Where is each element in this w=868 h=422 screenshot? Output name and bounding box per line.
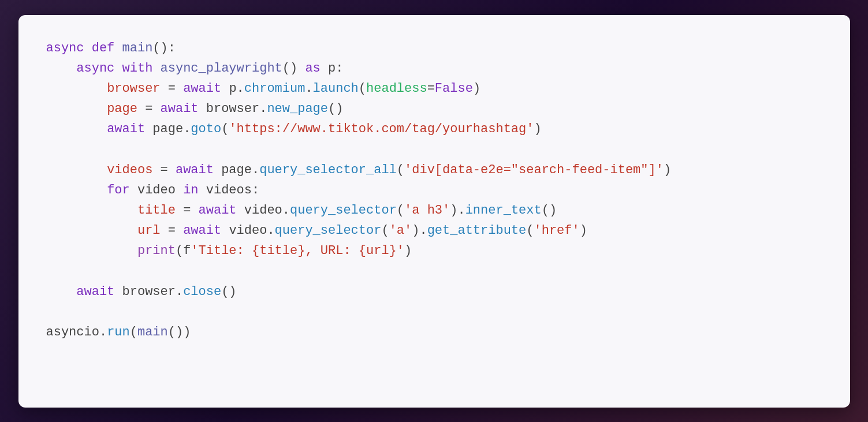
token-plain: asyncio. (46, 325, 107, 339)
token-method: run (107, 325, 130, 339)
token-plain: ). (450, 203, 465, 218)
token-kw: await (199, 203, 244, 218)
token-plain: p. (229, 81, 244, 96)
token-kw: for (107, 183, 137, 197)
token-plain: (): (152, 41, 176, 55)
token-plain: ( (359, 81, 366, 96)
token-plain: ( (221, 122, 229, 136)
token-kw: await (176, 163, 221, 177)
token-var: page (107, 102, 137, 116)
token-plain: ( (397, 203, 404, 218)
token-plain: page. (221, 163, 259, 177)
token-plain: video (137, 183, 183, 197)
token-str: 'href' (534, 223, 580, 238)
token-plain: = (152, 163, 176, 177)
code-line: title = await video.query_selector('a h3… (46, 200, 822, 221)
blank-line (46, 302, 822, 322)
token-plain: browser. (122, 285, 184, 299)
token-str: 'a h3' (404, 203, 450, 218)
token-kw: in (183, 183, 206, 197)
token-plain: ()) (168, 325, 191, 339)
token-plain: = (161, 81, 184, 96)
token-plain: . (305, 81, 312, 96)
code-line: print(f'Title: {title}, URL: {url}') (46, 241, 822, 261)
code-line: videos = await page.query_selector_all('… (46, 160, 822, 180)
token-str: 'div[data-e2e="search-feed-item"]' (404, 163, 664, 177)
token-kw: def (92, 41, 122, 55)
code-line: await page.goto('https://www.tiktok.com/… (46, 119, 822, 139)
token-method: launch (313, 81, 359, 96)
token-param: headless (366, 81, 427, 96)
token-plain: p: (328, 61, 343, 76)
token-plain: video. (229, 223, 274, 238)
token-kw: await (183, 81, 229, 96)
token-kw: async (76, 61, 122, 76)
token-method: new_page (267, 102, 328, 116)
token-plain: f (183, 244, 191, 258)
token-method: chromium (244, 81, 306, 96)
token-kw: await (107, 122, 152, 136)
blank-line (46, 139, 822, 159)
token-builtin: print (137, 244, 176, 258)
token-var: browser (107, 81, 160, 96)
token-plain: () (328, 102, 343, 116)
token-plain: () (221, 285, 236, 299)
token-var: url (137, 223, 161, 238)
code-line: url = await video.query_selector('a').ge… (46, 221, 822, 241)
token-method: goto (191, 122, 221, 136)
token-plain: ( (130, 325, 137, 339)
token-plain: ( (176, 244, 183, 258)
token-plain: = (427, 81, 435, 96)
token-plain: = (137, 102, 161, 116)
token-kw: False (435, 81, 473, 96)
code-line: browser = await p.chromium.launch(headle… (46, 79, 822, 99)
token-fn: main (137, 325, 168, 339)
token-kw: await (183, 223, 229, 238)
token-plain: ( (381, 223, 389, 238)
token-str: 'https://www.tiktok.com/tag/yourhashtag' (229, 122, 534, 136)
token-fn: async_playwright (161, 61, 282, 76)
token-plain: browser. (206, 102, 267, 116)
token-method: close (183, 285, 221, 299)
blank-line (46, 262, 822, 282)
token-plain: ) (473, 81, 480, 96)
token-plain: videos: (206, 183, 259, 197)
token-plain: ). (412, 223, 427, 238)
token-plain: ) (534, 122, 541, 136)
code-line: asyncio.run(main()) (46, 322, 822, 342)
code-container: async def main(): async with async_playw… (18, 15, 850, 408)
code-line: await browser.close() (46, 282, 822, 302)
token-var: title (137, 203, 176, 218)
token-fn: main (122, 41, 153, 55)
token-plain: () (542, 203, 557, 218)
token-method: query_selector (290, 203, 397, 218)
token-method: query_selector_all (259, 163, 397, 177)
token-plain: () (282, 61, 306, 76)
token-plain: video. (244, 203, 290, 218)
token-plain: ( (526, 223, 534, 238)
token-plain: = (176, 203, 199, 218)
code-block: async def main(): async with async_playw… (46, 38, 822, 343)
token-str: 'a' (389, 223, 412, 238)
token-var: videos (107, 163, 152, 177)
code-line: for video in videos: (46, 180, 822, 200)
token-kw: await (76, 285, 122, 299)
token-plain: ) (580, 223, 587, 238)
code-line: page = await browser.new_page() (46, 99, 822, 119)
token-plain: ( (397, 163, 404, 177)
token-plain: ) (404, 244, 412, 258)
code-line: async def main(): (46, 38, 822, 58)
token-kw: with (122, 61, 161, 76)
token-kw: await (161, 102, 206, 116)
token-method: inner_text (465, 203, 542, 218)
token-kw: as (305, 61, 328, 76)
token-method: query_selector (275, 223, 382, 238)
code-line: async with async_playwright() as p: (46, 58, 822, 79)
token-plain: = (161, 223, 184, 238)
token-method: get_attribute (427, 223, 527, 238)
token-kw: async (46, 41, 92, 55)
token-plain: page. (152, 122, 191, 136)
token-plain: ) (664, 163, 671, 177)
token-str: 'Title: {title}, URL: {url}' (191, 244, 404, 258)
